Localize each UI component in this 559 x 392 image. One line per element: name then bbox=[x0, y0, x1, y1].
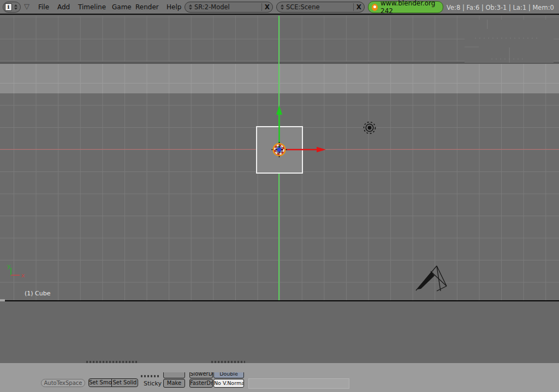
lamp-object[interactable] bbox=[364, 122, 376, 134]
menu-file[interactable]: File bbox=[38, 3, 49, 11]
viewport-overlay: y x bbox=[0, 16, 559, 300]
window-type-button[interactable]: i bbox=[3, 2, 21, 13]
menu-add[interactable]: Add bbox=[57, 3, 70, 11]
double-sided-button[interactable]: Double Sided bbox=[213, 372, 244, 378]
screen-selector-value: SR:2-Model bbox=[194, 3, 261, 11]
close-icon[interactable]: X bbox=[353, 3, 364, 11]
no-vnormal-flip-button[interactable]: No V.Normal Fl bbox=[213, 379, 244, 388]
buttons-window[interactable] bbox=[0, 301, 559, 363]
active-object-label: (1) Cube bbox=[25, 290, 50, 297]
menu-game[interactable]: Game bbox=[112, 3, 132, 11]
blender-window: i ▽ File Add Timeline Game Render Help S… bbox=[0, 0, 559, 392]
blender-version-button[interactable]: www.blender.org 242 bbox=[368, 1, 443, 13]
axis-x-label: x bbox=[21, 272, 25, 279]
set-solid-button[interactable]: Set Solid bbox=[111, 378, 138, 387]
axis-y-label: y bbox=[7, 263, 11, 270]
updown-icon[interactable] bbox=[189, 4, 192, 10]
header-collapse-icon[interactable]: ▽ bbox=[24, 2, 29, 10]
scene-selector-value: SCE:Scene bbox=[286, 3, 353, 11]
updown-icon[interactable] bbox=[281, 4, 284, 10]
sticky-label: Sticky bbox=[144, 380, 162, 387]
info-icon: i bbox=[5, 3, 12, 11]
viewport-3d[interactable]: y x (1) Cube bbox=[0, 16, 559, 300]
menu-render[interactable]: Render bbox=[135, 3, 159, 11]
blender-logo-icon bbox=[372, 4, 378, 11]
screen-selector[interactable]: SR:2-Model X bbox=[185, 2, 273, 13]
redraw-artifact bbox=[465, 20, 554, 63]
close-icon[interactable]: X bbox=[261, 3, 272, 11]
camera-object[interactable] bbox=[416, 266, 447, 291]
menu-help[interactable]: Help bbox=[166, 3, 181, 11]
fasterdraw-button[interactable]: FasterDra bbox=[189, 379, 213, 388]
scene-selector[interactable]: SCE:Scene X bbox=[276, 2, 365, 13]
header-bar: i ▽ File Add Timeline Game Render Help S… bbox=[0, 0, 559, 15]
set-smooth-button[interactable]: Set Smoot bbox=[88, 378, 112, 387]
autotexspace-button[interactable]: AutoTexSpace bbox=[41, 379, 85, 387]
empty-panel-field bbox=[248, 378, 349, 389]
make-sticky-button[interactable]: Make bbox=[163, 379, 185, 388]
scene-stats: Ve:8 | Fa:6 | Ob:3-1 | La:1 | Mem:0 bbox=[447, 4, 559, 11]
window-type-spinner-icon[interactable] bbox=[14, 4, 17, 10]
menu-timeline[interactable]: Timeline bbox=[78, 3, 106, 11]
version-label: www.blender.org 242 bbox=[380, 0, 439, 15]
slowerdraw-button[interactable]: SlowerDra bbox=[189, 372, 213, 378]
clipped-label-sliver bbox=[141, 375, 160, 377]
view-axes-gizmo: y x bbox=[7, 263, 25, 279]
clipped-button[interactable] bbox=[163, 372, 185, 378]
